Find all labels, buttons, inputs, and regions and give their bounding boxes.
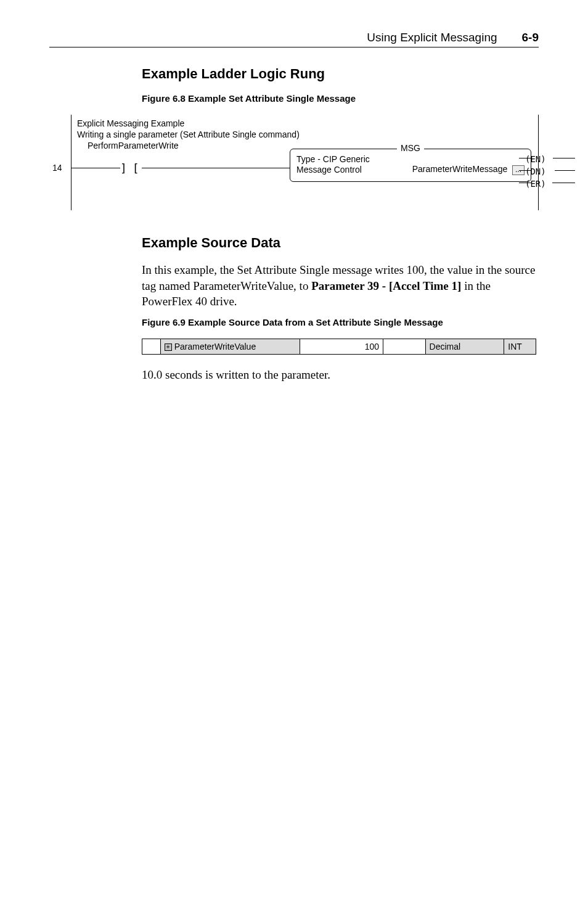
coil-status-group: (EN) (DN) (ER) — [525, 153, 546, 190]
table-row: +ParameterWriteValue 100 Decimal INT — [142, 339, 536, 354]
ladder-left-rail — [71, 115, 71, 210]
contact-label: PerformParameterWrite — [88, 141, 179, 150]
msg-control-tag: ParameterWriteMessage — [412, 164, 508, 174]
msg-control-label: Message Control — [296, 165, 362, 175]
msg-instruction-box: MSG Type - CIP Generic Message Control P… — [290, 149, 531, 182]
header-section-title: Using Explicit Messaging — [367, 31, 497, 44]
rung-comment-line2: Writing a single parameter (Set Attribut… — [77, 130, 300, 139]
tag-name-cell[interactable]: +ParameterWriteValue — [160, 339, 300, 354]
expand-icon[interactable]: + — [165, 343, 172, 351]
page-header: Using Explicit Messaging 6-9 — [49, 31, 539, 47]
ladder-diagram: Explicit Messaging Example Writing a sin… — [49, 115, 539, 210]
figure-6-9-caption: Figure 6.9 Example Source Data from a Se… — [142, 317, 539, 327]
header-page-number: 6-9 — [522, 31, 539, 44]
tag-value-cell[interactable]: 100 — [300, 339, 383, 354]
rung-number: 14 — [52, 163, 62, 173]
rung-wire — [555, 170, 575, 171]
msg-title: MSG — [397, 143, 424, 153]
heading-source-data: Example Source Data — [142, 235, 539, 251]
rung-wire — [553, 158, 575, 158]
coil-er: (ER) — [525, 178, 546, 190]
figure-6-8-caption: Figure 6.8 Example Set Attribute Single … — [142, 93, 539, 104]
data-type-cell: INT — [504, 339, 536, 354]
source-data-table: +ParameterWriteValue 100 Decimal INT — [142, 339, 536, 355]
blank-cell — [383, 339, 425, 354]
radix-cell[interactable]: Decimal — [425, 339, 504, 354]
rung-comment-line1: Explicit Messaging Example — [77, 118, 184, 128]
rung-wire — [552, 183, 575, 183]
msg-type-label: Type - CIP Generic — [296, 154, 370, 164]
source-data-paragraph: In this example, the Set Attribute Singl… — [142, 262, 539, 310]
tag-name-text: ParameterWriteValue — [174, 342, 256, 352]
coil-dn: (DN) — [525, 165, 546, 178]
coil-en: (EN) — [525, 153, 546, 165]
heading-ladder-logic: Example Ladder Logic Rung — [142, 66, 539, 82]
rung-wire — [142, 168, 290, 168]
xic-contact-icon: ] [ — [120, 162, 139, 175]
closing-sentence: 10.0 seconds is written to the parameter… — [142, 367, 539, 383]
rung-wire — [71, 168, 120, 168]
row-selector-cell[interactable] — [142, 339, 161, 354]
